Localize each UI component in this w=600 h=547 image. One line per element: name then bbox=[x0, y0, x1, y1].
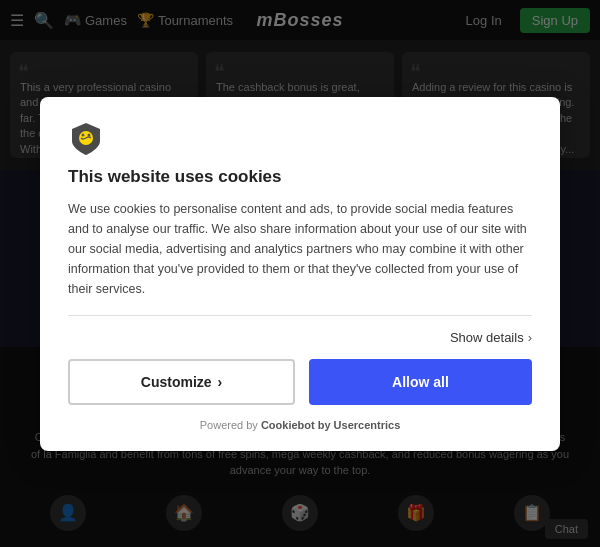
cookiebot-logo bbox=[68, 121, 104, 157]
cookiebot-shield-svg bbox=[68, 121, 104, 157]
cookie-overlay: This website uses cookies We use cookies… bbox=[0, 0, 600, 547]
cookie-body: We use cookies to personalise content an… bbox=[68, 199, 532, 299]
cookie-powered-by: Powered by Cookiebot by Usercentrics bbox=[68, 419, 532, 431]
cookie-dialog: This website uses cookies We use cookies… bbox=[40, 97, 560, 451]
chevron-customize-icon: › bbox=[218, 374, 223, 390]
cookie-divider bbox=[68, 315, 532, 316]
cookie-buttons: Customize › Allow all bbox=[68, 359, 532, 405]
chevron-right-icon: › bbox=[528, 330, 532, 345]
customize-button[interactable]: Customize › bbox=[68, 359, 295, 405]
svg-point-1 bbox=[82, 133, 85, 136]
show-details-button[interactable]: Show details › bbox=[68, 330, 532, 345]
cookie-title: This website uses cookies bbox=[68, 167, 532, 187]
svg-point-2 bbox=[88, 133, 91, 136]
allow-all-button[interactable]: Allow all bbox=[309, 359, 532, 405]
cookiebot-link[interactable]: Cookiebot by Usercentrics bbox=[261, 419, 400, 431]
